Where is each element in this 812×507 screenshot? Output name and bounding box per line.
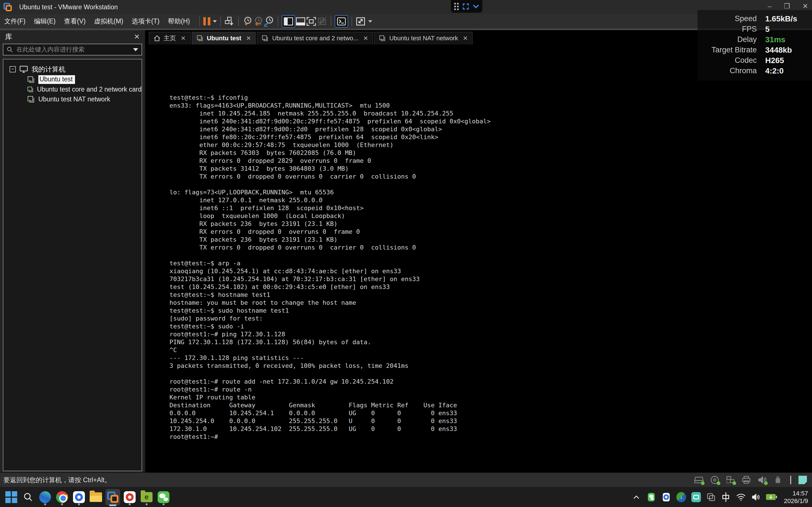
unity-icon: [317, 17, 327, 26]
taskbar-chrome[interactable]: [55, 488, 69, 506]
tab-label: 主页: [163, 34, 176, 43]
tab-home[interactable]: 主页 ✕: [149, 32, 191, 45]
revert-snapshot-button[interactable]: [253, 15, 264, 27]
menu-tabs[interactable]: 选项卡(T): [128, 14, 163, 29]
taskbar-vmware[interactable]: [105, 489, 120, 505]
harddisk-device-icon[interactable]: [694, 475, 704, 485]
vm-icon: [27, 96, 36, 103]
windows-taskbar: e ↓: [0, 487, 812, 507]
fit-dropdown-caret-icon[interactable]: [368, 20, 372, 22]
taskbar-file-explorer[interactable]: [89, 488, 103, 506]
send-ctrl-alt-del-button[interactable]: [224, 15, 235, 27]
usb-device-icon[interactable]: [773, 475, 783, 485]
tray-todesk-icon[interactable]: [691, 492, 701, 502]
tray-expand-chevron-icon[interactable]: [631, 492, 641, 502]
tab-close-icon[interactable]: ✕: [363, 35, 368, 42]
pause-icon: [203, 17, 210, 25]
tab-label: Ubuntu test core and 2 netwo...: [272, 35, 358, 42]
library-panel-icon: [283, 17, 294, 26]
menu-file[interactable]: 文件(F): [0, 14, 30, 29]
chrome-icon: [56, 491, 68, 503]
vm-name: Ubuntu test: [38, 75, 75, 84]
toolbar: [196, 15, 372, 27]
toolbar-separator: [199, 17, 200, 26]
library-search[interactable]: [3, 44, 142, 55]
search-dropdown-caret-icon[interactable]: [133, 48, 138, 51]
menu-edit[interactable]: 编辑(E): [30, 14, 60, 29]
stat-label: Chroma: [698, 66, 757, 75]
vm-icon: [197, 35, 204, 42]
tree-collapse-icon[interactable]: −: [10, 66, 16, 72]
minimize-button[interactable]: –: [768, 2, 771, 10]
stat-value-chroma: 4:2:0: [757, 66, 812, 75]
clock-date: 2026/1/9: [784, 497, 808, 505]
tray-vmware-icon[interactable]: [706, 492, 716, 502]
toggle-library-button[interactable]: [282, 15, 295, 27]
titlebar: Ubuntu test - VMware Workstation – ❐ ✕: [0, 0, 812, 14]
stat-value-fps: 5: [757, 25, 812, 34]
search-icon: [23, 492, 33, 502]
take-snapshot-button[interactable]: [242, 15, 253, 27]
wechat-icon: [158, 491, 169, 503]
fullscreen-button[interactable]: [306, 15, 317, 27]
close-button[interactable]: ✕: [802, 2, 808, 10]
chevron-down-icon[interactable]: [473, 4, 479, 9]
tools-message-icon[interactable]: [799, 476, 807, 484]
menu-help[interactable]: 帮助(H): [164, 14, 194, 29]
taskbar-search-button[interactable]: [21, 488, 36, 506]
network-device-icon[interactable]: [725, 475, 735, 485]
taskbar-editor[interactable]: e: [139, 488, 154, 506]
ime-indicator-icon[interactable]: [721, 492, 731, 502]
tab-ubuntu-test[interactable]: Ubuntu test ✕: [192, 32, 256, 45]
vm-icon: [27, 86, 34, 94]
power-dropdown-caret-icon[interactable]: [213, 20, 217, 22]
printer-device-icon[interactable]: [741, 475, 751, 485]
sidebar-item-ubuntu-test[interactable]: Ubuntu test: [3, 75, 142, 84]
menu-vm[interactable]: 虚拟机(M): [90, 14, 128, 29]
taskbar-edge[interactable]: [38, 488, 52, 506]
taskbar-wechat[interactable]: [156, 488, 171, 506]
taskbar-sunlogin[interactable]: [122, 488, 137, 506]
tray-browser360-icon[interactable]: [661, 492, 671, 502]
manage-snapshots-button[interactable]: [264, 15, 274, 27]
remote-control-pill[interactable]: [451, 0, 483, 13]
vm-name: Ubuntu test core and 2 network card: [37, 86, 142, 93]
toolbar-separator: [278, 17, 278, 26]
tree-root-my-computer[interactable]: − 我的计算机: [3, 64, 142, 75]
tab-close-icon[interactable]: ✕: [246, 35, 251, 42]
tab-close-icon[interactable]: ✕: [181, 35, 186, 42]
library-close-icon[interactable]: ✕: [134, 33, 140, 41]
tray-idm-icon[interactable]: ↓: [676, 492, 686, 502]
sidebar-item-ubuntu-test-nat[interactable]: Ubuntu test NAT network: [3, 94, 142, 104]
fullscreen-corners-icon[interactable]: [462, 3, 469, 10]
tab-ubuntu-test-nat[interactable]: Ubuntu test NAT network ✕: [374, 32, 472, 45]
tray-wechat-icon[interactable]: [647, 492, 656, 502]
menu-view[interactable]: 查看(V): [60, 14, 90, 29]
stat-value-codec: H265: [757, 56, 812, 65]
taskbar-browser360[interactable]: [71, 488, 86, 506]
console-view-button[interactable]: [335, 15, 348, 27]
maximize-button[interactable]: ❐: [784, 2, 790, 10]
fit-guest-icon: [356, 17, 366, 26]
fit-guest-button[interactable]: [356, 15, 372, 27]
taskbar-clock[interactable]: 14:57 2026/1/9: [784, 490, 808, 505]
wifi-icon[interactable]: [736, 492, 746, 502]
drag-handle-icon[interactable]: [454, 3, 459, 10]
cdrom-device-icon[interactable]: [710, 475, 720, 485]
stat-label: FPS: [698, 25, 757, 34]
green-folder-e-icon: e: [141, 492, 153, 502]
terminal-output[interactable]: test@test:~$ ifconfig ens33: flags=4163<…: [146, 75, 812, 472]
start-button[interactable]: [4, 488, 18, 506]
tab-ubuntu-test-core[interactable]: Ubuntu test core and 2 netwo... ✕: [257, 32, 373, 45]
power-pause-button[interactable]: [203, 15, 217, 27]
unity-mode-button[interactable]: [317, 15, 327, 27]
sound-device-icon[interactable]: [757, 475, 767, 485]
tab-close-icon[interactable]: ✕: [463, 35, 468, 42]
library-sidebar: 库 ✕ − 我的计算机: [0, 30, 146, 472]
sidebar-item-ubuntu-test-core[interactable]: Ubuntu test core and 2 network card: [3, 84, 142, 94]
toggle-thumbnail-bar-button[interactable]: [295, 15, 306, 27]
battery-icon[interactable]: [766, 492, 776, 502]
search-input[interactable]: [16, 46, 130, 53]
volume-icon[interactable]: [751, 492, 761, 502]
browser-360-icon: [73, 491, 85, 503]
